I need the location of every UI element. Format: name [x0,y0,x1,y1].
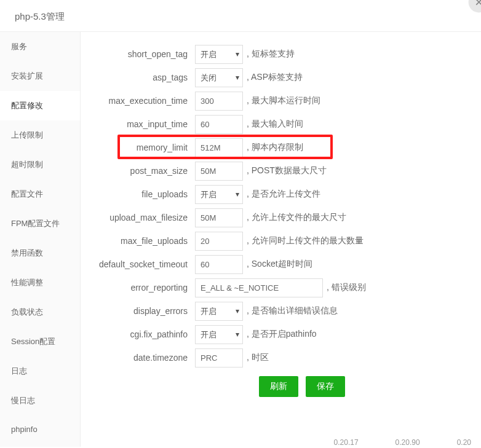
sidebar-item-13[interactable]: phpinfo [0,415,80,443]
input-max_execution_time[interactable] [195,92,243,111]
form-row-default_socket_timeout: default_socket_timeout, Socket超时时间 [81,254,475,274]
input-date.timezone[interactable] [195,348,243,367]
footer-n3: 0.20 [457,438,471,447]
select-wrap-cgi.fix_pathinfo: 开启 [195,325,243,344]
input-default_socket_timeout[interactable] [195,255,243,274]
form-label-max_execution_time: max_execution_time [81,96,195,106]
desc-cgi.fix_pathinfo: , 是否开启pathinfo [247,329,317,340]
form-label-short_open_tag: short_open_tag [81,49,195,59]
input-error_reporting[interactable] [195,278,323,297]
sidebar-item-11[interactable]: 日志 [0,356,80,386]
form-row-upload_max_filesize: upload_max_filesize, 允许上传文件的最大尺寸 [81,208,475,227]
form-label-memory_limit: memory_limit [81,143,195,152]
form-row-memory_limit: memory_limit, 脚本内存限制 [81,138,475,157]
desc-default_socket_timeout: , Socket超时时间 [247,259,312,270]
desc-post_max_size: , POST数据最大尺寸 [247,165,327,176]
sidebar-item-10[interactable]: Session配置 [0,327,80,356]
select-cgi.fix_pathinfo[interactable]: 开启 [195,325,243,344]
input-memory_limit[interactable] [195,138,243,157]
form-label-upload_max_filesize: upload_max_filesize [81,213,195,222]
form-row-max_input_time: max_input_time, 最大输入时间 [81,114,475,134]
form-row-max_file_uploads: max_file_uploads, 允许同时上传文件的最大数量 [81,231,475,251]
desc-date.timezone: , 时区 [247,352,269,363]
form-label-error_reporting: error_reporting [81,283,195,293]
select-wrap-file_uploads: 开启 [195,185,243,204]
input-max_file_uploads[interactable] [195,232,243,251]
form-row-short_open_tag: short_open_tag开启, 短标签支持 [81,44,475,64]
sidebar-item-12[interactable]: 慢日志 [0,386,80,415]
form-row-error_reporting: error_reporting, 错误级别 [81,278,475,297]
sidebar-item-2[interactable]: 配置修改 [0,91,80,120]
desc-upload_max_filesize: , 允许上传文件的最大尺寸 [247,212,346,223]
sidebar-item-8[interactable]: 性能调整 [0,268,80,297]
form-row-date.timezone: date.timezone, 时区 [81,348,475,367]
form-row-post_max_size: post_max_size, POST数据最大尺寸 [81,161,475,181]
select-wrap-asp_tags: 关闭 [195,68,243,87]
main-container: 服务安装扩展配置修改上传限制超时限制配置文件FPM配置文件禁用函数性能调整负载状… [0,32,481,447]
refresh-button[interactable]: 刷新 [259,376,298,397]
desc-error_reporting: , 错误级别 [327,282,366,293]
button-row: 刷新 保存 [259,376,475,397]
select-asp_tags[interactable]: 关闭 [195,68,243,87]
form-label-asp_tags: asp_tags [81,73,195,82]
select-short_open_tag[interactable]: 开启 [195,45,243,64]
form-label-post_max_size: post_max_size [81,166,195,176]
desc-asp_tags: , ASP标签支持 [247,72,303,83]
footer-n1: 0.20.17 [334,438,359,447]
select-display_errors[interactable]: 开启 [195,302,243,321]
desc-display_errors: , 是否输出详细错误信息 [247,305,338,316]
desc-file_uploads: , 是否允许上传文件 [247,189,320,200]
select-file_uploads[interactable]: 开启 [195,185,243,204]
select-wrap-short_open_tag: 开启 [195,45,243,64]
sidebar-item-5[interactable]: 配置文件 [0,179,80,209]
desc-max_input_time: , 最大输入时间 [247,119,303,130]
desc-max_file_uploads: , 允许同时上传文件的最大数量 [247,235,364,246]
save-button[interactable]: 保存 [306,376,345,397]
sidebar-item-4[interactable]: 超时限制 [0,150,80,179]
desc-max_execution_time: , 最大脚本运行时间 [247,95,320,106]
input-post_max_size[interactable] [195,162,243,181]
form-label-default_socket_timeout: default_socket_timeout [81,259,195,269]
sidebar-item-3[interactable]: 上传限制 [0,120,80,150]
form-row-asp_tags: asp_tags关闭, ASP标签支持 [81,68,475,87]
window-title: php-5.3管理 [0,0,481,32]
form-label-date.timezone: date.timezone [81,353,195,363]
desc-memory_limit: , 脚本内存限制 [247,142,303,153]
sidebar-item-6[interactable]: FPM配置文件 [0,209,80,238]
footer-numbers: 0.20.17 0.20.90 0.20 [334,438,481,447]
input-max_input_time[interactable] [195,115,243,134]
form-label-file_uploads: file_uploads [81,189,195,199]
form-label-max_file_uploads: max_file_uploads [81,236,195,246]
sidebar-item-7[interactable]: 禁用函数 [0,238,80,268]
form-row-max_execution_time: max_execution_time, 最大脚本运行时间 [81,91,475,111]
input-upload_max_filesize[interactable] [195,208,243,227]
sidebar-item-0[interactable]: 服务 [0,32,80,61]
form-row-file_uploads: file_uploads开启, 是否允许上传文件 [81,184,475,204]
sidebar-item-1[interactable]: 安装扩展 [0,61,80,91]
desc-short_open_tag: , 短标签支持 [247,49,295,60]
form-row-display_errors: display_errors开启, 是否输出详细错误信息 [81,301,475,321]
main-panel: short_open_tag开启, 短标签支持asp_tags关闭, ASP标签… [81,32,481,447]
footer-n2: 0.20.90 [396,438,420,447]
form-row-cgi.fix_pathinfo: cgi.fix_pathinfo开启, 是否开启pathinfo [81,324,475,344]
select-wrap-display_errors: 开启 [195,302,243,321]
form-label-max_input_time: max_input_time [81,119,195,129]
form-label-cgi.fix_pathinfo: cgi.fix_pathinfo [81,329,195,339]
sidebar-item-9[interactable]: 负载状态 [0,297,80,327]
form-label-display_errors: display_errors [81,306,195,316]
sidebar: 服务安装扩展配置修改上传限制超时限制配置文件FPM配置文件禁用函数性能调整负载状… [0,32,81,447]
